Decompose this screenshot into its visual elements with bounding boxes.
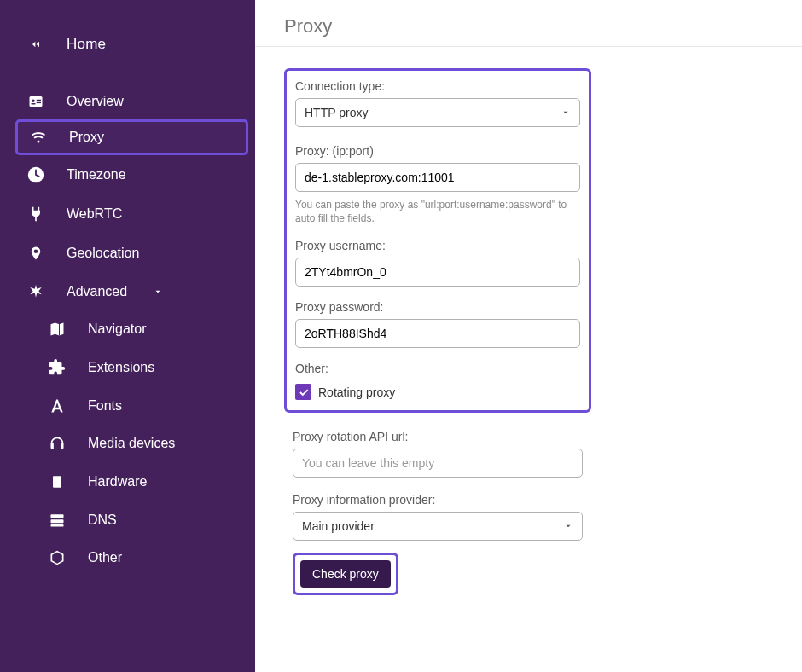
main-panel: Proxy Connection type: HTTP proxy Proxy:… (255, 0, 802, 672)
nav-list: Overview Proxy Timezone WebRTC Geolocati (0, 84, 255, 576)
chevron-down-icon (153, 287, 163, 296)
username-input[interactable] (305, 265, 571, 279)
sidebar-item-label: Navigator (88, 322, 146, 337)
chevron-down-icon (561, 108, 571, 117)
font-a-icon (45, 397, 69, 414)
sidebar-item-proxy[interactable]: Proxy (15, 119, 248, 155)
puzzle-icon (45, 358, 69, 377)
username-input-wrap[interactable] (295, 258, 580, 287)
map-icon (45, 321, 69, 338)
sidebar-item-label: Media devices (88, 436, 175, 451)
proxy-input[interactable] (305, 171, 571, 184)
plug-icon (24, 205, 48, 223)
sidebar-item-label: Extensions (88, 360, 154, 375)
chip-icon (45, 472, 69, 491)
svg-rect-0 (30, 96, 43, 107)
connection-type-value: HTTP proxy (305, 106, 368, 119)
sidebar-item-label: Geolocation (67, 246, 139, 261)
sidebar-item-fonts[interactable]: Fonts (0, 387, 255, 425)
proxy-form-box: Connection type: HTTP proxy Proxy: (ip:p… (284, 68, 591, 413)
rotation-url-label: Proxy rotation API url: (293, 430, 583, 443)
proxy-hint: You can paste the proxy as "url:port:use… (295, 199, 580, 225)
chevron-down-icon (563, 522, 573, 530)
asterisk-icon (24, 283, 48, 300)
sidebar-item-navigator[interactable]: Navigator (0, 310, 255, 348)
password-label: Proxy password: (295, 300, 580, 314)
wifi-icon (26, 129, 50, 146)
collapse-icon (24, 38, 48, 51)
pin-icon (24, 244, 48, 263)
sidebar-item-webrtc[interactable]: WebRTC (0, 194, 255, 234)
sidebar-item-other[interactable]: Other (0, 539, 255, 576)
svg-rect-2 (37, 100, 41, 101)
svg-rect-3 (37, 102, 41, 103)
connection-type-select[interactable]: HTTP proxy (295, 98, 580, 127)
connection-type-label: Connection type: (295, 79, 580, 93)
proxy-label: Proxy: (ip:port) (295, 144, 580, 158)
password-input-wrap[interactable] (295, 319, 580, 348)
svg-point-5 (38, 141, 40, 143)
sidebar-item-media-devices[interactable]: Media devices (0, 425, 255, 462)
password-input[interactable] (305, 327, 571, 340)
username-label: Proxy username: (295, 239, 580, 252)
sidebar-item-hardware[interactable]: Hardware (0, 462, 255, 501)
rotating-proxy-checkbox[interactable] (295, 384, 311, 400)
svg-rect-8 (51, 514, 64, 518)
headphones-icon (45, 435, 69, 452)
proxy-input-wrap[interactable] (295, 163, 580, 192)
provider-label: Proxy information provider: (293, 493, 583, 507)
sidebar-item-label: DNS (88, 513, 117, 528)
sidebar-item-label: Advanced (67, 284, 127, 299)
check-proxy-wrap: Check proxy (293, 553, 398, 595)
rotating-proxy-label: Rotating proxy (318, 385, 395, 399)
sidebar-item-advanced[interactable]: Advanced (0, 273, 255, 310)
home-button[interactable]: Home (0, 26, 255, 84)
page-title: Proxy (255, 0, 802, 47)
sidebar-item-dns[interactable]: DNS (0, 501, 255, 539)
clock-icon (24, 165, 48, 184)
check-proxy-button[interactable]: Check proxy (300, 560, 391, 588)
sidebar-item-geolocation[interactable]: Geolocation (0, 234, 255, 273)
box-icon (45, 549, 69, 566)
svg-rect-10 (51, 524, 64, 527)
home-label: Home (67, 36, 106, 53)
sidebar-item-overview[interactable]: Overview (0, 84, 255, 119)
svg-rect-9 (51, 519, 64, 523)
sidebar-item-label: WebRTC (67, 206, 122, 222)
sidebar-item-label: Fonts (88, 398, 122, 414)
rotation-url-input-wrap[interactable] (293, 449, 583, 478)
sidebar-item-label: Hardware (88, 474, 147, 490)
content-area: Connection type: HTTP proxy Proxy: (ip:p… (255, 47, 802, 617)
sidebar-item-label: Timezone (67, 167, 126, 182)
below-box: Proxy rotation API url: Proxy informatio… (284, 413, 591, 595)
server-icon (45, 512, 69, 529)
other-label: Other: (295, 362, 580, 375)
sidebar-item-label: Proxy (69, 130, 104, 145)
sidebar: Home Overview Proxy Timezone WebRTC (0, 0, 255, 672)
provider-select[interactable]: Main provider (293, 512, 583, 541)
svg-rect-7 (53, 476, 61, 487)
sidebar-item-label: Overview (67, 94, 124, 109)
svg-point-1 (32, 100, 34, 102)
sidebar-item-label: Other (88, 550, 122, 565)
svg-rect-4 (31, 103, 35, 105)
rotation-url-input[interactable] (302, 456, 573, 470)
sidebar-item-timezone[interactable]: Timezone (0, 155, 255, 194)
sidebar-item-extensions[interactable]: Extensions (0, 348, 255, 387)
id-card-icon (24, 94, 48, 109)
provider-value: Main provider (302, 519, 375, 533)
